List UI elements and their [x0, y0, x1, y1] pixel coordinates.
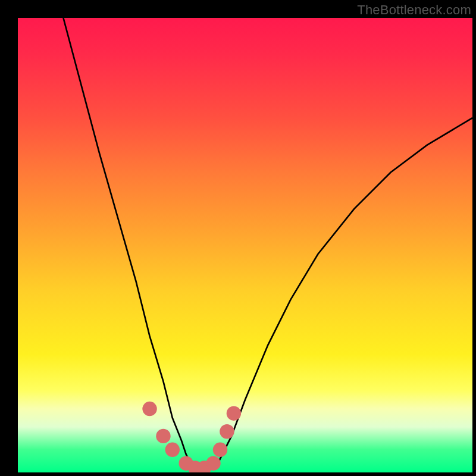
curve-marker [165, 443, 180, 457]
plot-area [18, 18, 472, 472]
chart-svg [18, 18, 472, 472]
curve-marker [156, 429, 170, 443]
curve-marker [213, 443, 227, 457]
curve-marker [227, 406, 241, 420]
bottleneck-curve [63, 18, 472, 468]
curve-marker [220, 424, 234, 439]
watermark-text: TheBottleneck.com [357, 2, 471, 18]
curve-marker [142, 402, 156, 416]
curve-marker [206, 456, 220, 470]
chart-frame: TheBottleneck.com [0, 0, 476, 476]
marker-group [142, 402, 241, 472]
